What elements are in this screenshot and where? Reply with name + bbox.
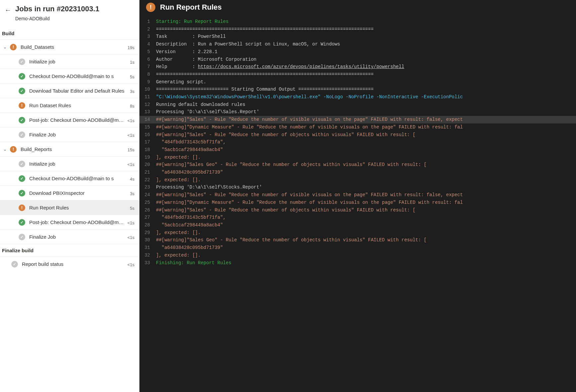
step-row[interactable]: Download PBIXInspector3s	[0, 186, 139, 200]
log-line: 24##[warning]"Sales" - Rule "Reduce the …	[139, 191, 576, 199]
step-duration: 8s	[130, 104, 134, 109]
step-label: Initialize job	[29, 59, 130, 64]
line-number: 21	[139, 169, 156, 176]
line-text: "C:\Windows\System32\WindowsPowerShell\v…	[156, 93, 573, 101]
log-line: 1Starting: Run Report Rules	[139, 18, 576, 26]
step-row[interactable]: Post-job: Checkout Demo-ADOBuild@main to…	[0, 113, 139, 127]
line-text: ##[warning]"Sales" - Rule "Reduce the nu…	[156, 116, 573, 123]
line-number: 6	[139, 56, 156, 63]
step-duration: <1s	[127, 162, 134, 168]
line-number: 31	[139, 244, 156, 252]
log-line: 26##[warning]"Sales" - Rule "Reduce the …	[139, 206, 576, 214]
log-line: 18 "5acb1caf298449a8acb4"	[139, 146, 576, 154]
chevron-down-icon[interactable]: ⌄	[2, 45, 8, 49]
line-text: Running default downloaded rules	[156, 101, 573, 109]
step-row[interactable]: Post-job: Checkout Demo-ADOBuild@main to…	[0, 215, 139, 229]
step-row[interactable]: Initialize job<1s	[0, 156, 139, 171]
log-line: 11"C:\Windows\System32\WindowsPowerShell…	[139, 93, 576, 101]
step-label: Checkout Demo-ADOBuild@main to s	[29, 73, 130, 79]
step-label: Download PBIXInspector	[29, 190, 130, 196]
step-label: Run Report Rules	[29, 205, 130, 210]
step-label: Finalize Job	[29, 132, 127, 137]
step-duration: 5s	[130, 206, 134, 211]
warning-icon: !	[146, 3, 155, 12]
log-panel: ! Run Report Rules 1Starting: Run Report…	[139, 0, 576, 392]
job-label: Build_Datasets	[21, 44, 127, 50]
log-line: 10========================== Starting Co…	[139, 86, 576, 93]
line-text: ], expected: [].	[156, 229, 573, 237]
line-text: ##[warning]"Sales" - Rule "Reduce the nu…	[156, 206, 573, 214]
skipped-icon	[19, 234, 25, 240]
step-row[interactable]: Checkout Demo-ADOBuild@main to s4s	[0, 171, 139, 186]
step-duration: <1s	[127, 220, 134, 226]
step-duration: <1s	[127, 133, 134, 138]
log-line: 21 "a64038428c095bd71739"	[139, 169, 576, 176]
line-text: Finishing: Run Report Rules	[156, 259, 573, 267]
success-icon	[19, 117, 25, 123]
log-line: 28 "5acb1caf298449a8acb4"	[139, 221, 576, 229]
line-number: 15	[139, 123, 156, 131]
step-duration: 1s	[130, 60, 134, 65]
finalize-label: Finalize build	[0, 244, 139, 257]
log-line: 22], expected: [].	[139, 176, 576, 184]
job-row[interactable]: ⌄Build_Reports15s	[0, 142, 139, 156]
step-duration: 4s	[130, 177, 134, 182]
line-number: 5	[139, 48, 156, 56]
back-arrow-icon[interactable]: ←	[5, 5, 11, 15]
step-row[interactable]: Report build status<1s	[0, 257, 139, 271]
step-duration: 3s	[130, 191, 134, 197]
log-line: 4Description : Run a PowerShell script o…	[139, 40, 576, 48]
log-line: 2=======================================…	[139, 26, 576, 33]
line-number: 9	[139, 78, 156, 86]
warning-icon	[19, 102, 25, 109]
log-line: 17 "484fbdd73143c5bf71fa",	[139, 138, 576, 146]
line-text: Version : 2.228.1	[156, 48, 573, 56]
line-text: ========================================…	[156, 26, 573, 33]
line-number: 16	[139, 131, 156, 139]
success-icon	[19, 190, 25, 196]
line-number: 32	[139, 252, 156, 259]
line-number: 22	[139, 176, 156, 184]
line-text: Processing 'D:\a\1\self\Sales.Report'	[156, 108, 573, 116]
line-text: Task : PowerShell	[156, 33, 573, 40]
step-row[interactable]: Run Report Rules5s	[0, 200, 139, 215]
line-text: ], expected: [].	[156, 154, 573, 161]
skipped-icon	[19, 131, 25, 138]
line-number: 17	[139, 138, 156, 146]
step-row[interactable]: Initialize job1s	[0, 54, 139, 69]
step-row[interactable]: Run Dataset Rules8s	[0, 98, 139, 113]
line-number: 26	[139, 206, 156, 214]
sidebar: ← Jobs in run #20231003.1 Demo-ADOBuild …	[0, 0, 139, 392]
pipeline-name[interactable]: Demo-ADOBuild	[15, 16, 134, 21]
line-text: "5acb1caf298449a8acb4"	[156, 221, 573, 229]
log-line: 31 "a64038428c095bd71739"	[139, 244, 576, 252]
warning-icon	[19, 204, 25, 211]
step-duration: <1s	[127, 262, 134, 268]
step-row[interactable]: Finalize Job<1s	[0, 127, 139, 142]
step-row[interactable]: Finalize Job<1s	[0, 229, 139, 244]
chevron-down-icon[interactable]: ⌄	[2, 147, 8, 152]
job-row[interactable]: ⌄Build_Datasets19s	[0, 39, 139, 54]
line-number: 2	[139, 26, 156, 33]
line-text: ##[warning]"Sales" - Rule "Reduce the nu…	[156, 131, 573, 139]
line-text: ##[warning]"Dynamic Measure" - Rule "Red…	[156, 123, 573, 131]
log-line: 12Running default downloaded rules	[139, 101, 576, 109]
line-text: Generating script.	[156, 78, 573, 86]
line-text: ##[warning]"Sales Geo" - Rule "Reduce th…	[156, 236, 573, 244]
log-line: 7Help : https://docs.microsoft.com/azure…	[139, 63, 576, 71]
line-text: Help : https://docs.microsoft.com/azure/…	[156, 63, 573, 71]
log-output[interactable]: 1Starting: Run Report Rules2============…	[139, 15, 576, 392]
log-line: 20##[warning]"Sales Geo" - Rule "Reduce …	[139, 161, 576, 169]
step-label: Post-job: Checkout Demo-ADOBuild@main to…	[29, 117, 127, 123]
line-number: 20	[139, 161, 156, 169]
job-duration: 15s	[127, 147, 134, 153]
help-link[interactable]: https://docs.microsoft.com/azure/devops/…	[198, 64, 404, 69]
step-row[interactable]: Download Tabular Editor and Default Rule…	[0, 83, 139, 98]
log-line: 5Version : 2.228.1	[139, 48, 576, 56]
step-label: Checkout Demo-ADOBuild@main to s	[29, 176, 130, 181]
step-row[interactable]: Checkout Demo-ADOBuild@main to s5s	[0, 69, 139, 83]
step-label: Report build status	[22, 261, 127, 267]
line-text: "a64038428c095bd71739"	[156, 244, 573, 252]
line-number: 27	[139, 214, 156, 221]
line-text: Processing 'D:\a\1\self\Stocks.Report'	[156, 184, 573, 191]
